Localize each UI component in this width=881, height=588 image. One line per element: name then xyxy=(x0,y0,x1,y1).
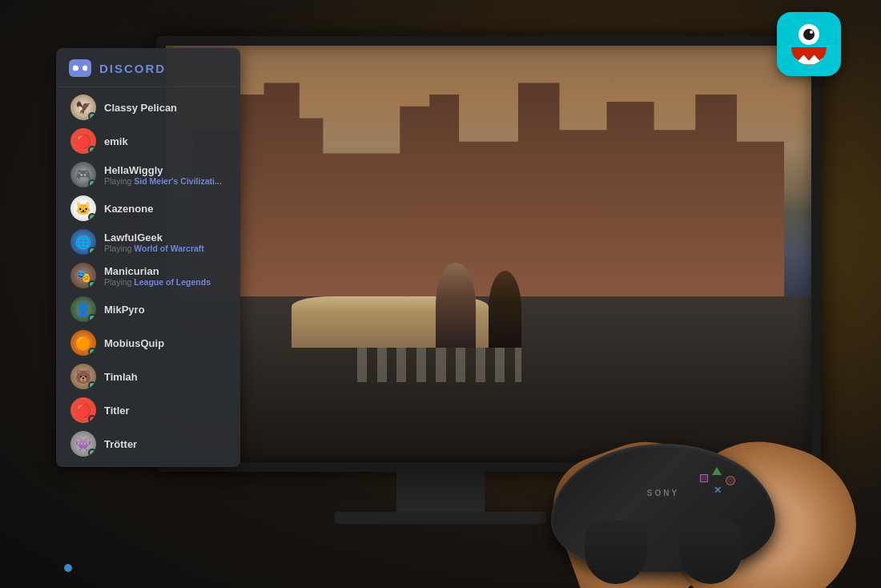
user-avatar: 🐱 xyxy=(70,195,96,221)
monster-face xyxy=(785,22,833,66)
monster-teeth xyxy=(791,55,827,65)
user-list-item[interactable]: 🐱 Kazenone xyxy=(59,191,237,225)
user-game: Playing League of Legends xyxy=(104,277,226,287)
user-name: Classy Pelican xyxy=(104,102,226,114)
controller-btn-triangle xyxy=(712,467,722,475)
user-name: Titler xyxy=(104,405,226,417)
user-list-item[interactable]: 🐻 Timlah xyxy=(59,360,237,393)
user-info: Classy Pelican xyxy=(104,102,226,114)
controller-body: SONY ✕ xyxy=(551,444,775,572)
user-name: MobiusQuip xyxy=(104,337,226,349)
monster-logo xyxy=(777,12,841,76)
user-list-item[interactable]: 🟠 MobiusQuip xyxy=(59,326,237,360)
user-game: Playing Sid Meier's Civilizati... xyxy=(104,176,226,186)
user-info: Titler xyxy=(104,405,226,417)
user-list: 🦅 Classy Pelican 🔴 emik 🎮 HellaWiggly Pl… xyxy=(56,87,240,467)
game-controller: SONY ✕ xyxy=(551,444,775,572)
user-list-item[interactable]: 🦅 Classy Pelican xyxy=(59,91,237,124)
controller-btn-circle xyxy=(726,476,735,485)
user-name: Trötter xyxy=(104,438,226,450)
user-avatar: 🟠 xyxy=(70,330,96,356)
user-status-dot xyxy=(88,247,96,255)
user-avatar: 🔴 xyxy=(70,397,96,423)
user-game: Playing World of Warcraft xyxy=(104,244,226,253)
monster-eye xyxy=(799,24,819,45)
user-info: HellaWiggly Playing Sid Meier's Civiliza… xyxy=(104,164,226,186)
user-avatar: 🔴 xyxy=(70,128,96,154)
controller-btn-cross: ✕ xyxy=(714,485,722,496)
user-status-dot xyxy=(88,213,96,221)
user-info: Trötter xyxy=(104,438,226,450)
user-info: emik xyxy=(104,135,226,147)
user-status-dot xyxy=(88,280,96,288)
user-list-item[interactable]: 👾 Trötter xyxy=(59,427,237,461)
user-name: MikPyro xyxy=(104,304,226,316)
user-info: MobiusQuip xyxy=(104,337,226,349)
user-name: emik xyxy=(104,135,226,147)
discord-title: DISCORD xyxy=(99,62,166,75)
user-info: MikPyro xyxy=(104,304,226,316)
user-list-item[interactable]: 🔴 emik xyxy=(59,124,237,158)
user-info: Timlah xyxy=(104,371,226,383)
monster-pupil xyxy=(803,29,815,40)
user-avatar: 🎮 xyxy=(70,162,96,187)
user-info: LawfulGeek Playing World of Warcraft xyxy=(104,232,226,253)
user-status-dot xyxy=(88,415,96,423)
user-name: Timlah xyxy=(104,371,226,383)
user-name: LawfulGeek xyxy=(104,232,226,244)
controller-grip-right xyxy=(679,520,742,584)
discord-panel: DISCORD 🦅 Classy Pelican 🔴 emik 🎮 HellaW… xyxy=(56,48,240,467)
user-avatar: 🦅 xyxy=(70,95,96,120)
user-status-dot xyxy=(88,314,96,322)
user-list-item[interactable]: 🔴 Titler xyxy=(59,393,237,427)
user-status-dot xyxy=(88,179,96,187)
user-status-dot xyxy=(88,146,96,154)
user-avatar: 🎭 xyxy=(70,263,96,288)
user-avatar: 🐻 xyxy=(70,364,96,389)
discord-header: DISCORD xyxy=(56,48,240,87)
user-info: Kazenone xyxy=(104,203,226,215)
user-status-dot xyxy=(88,348,96,356)
status-indicator-dot xyxy=(64,564,72,572)
user-status-dot xyxy=(88,449,96,457)
user-status-dot xyxy=(88,112,96,120)
discord-logo-icon xyxy=(69,59,91,77)
discord-eye-right xyxy=(82,66,86,70)
discord-eye-left xyxy=(74,66,78,70)
user-avatar: 🌐 xyxy=(70,229,96,255)
user-status-dot xyxy=(88,381,96,389)
controller-brand: SONY xyxy=(647,489,679,497)
user-name: HellaWiggly xyxy=(104,164,226,176)
user-list-item[interactable]: 🎮 HellaWiggly Playing Sid Meier's Civili… xyxy=(59,158,237,191)
user-name: Manicurian xyxy=(104,265,226,277)
monster-mouth xyxy=(791,47,827,65)
discord-logo-eyes xyxy=(74,66,86,70)
user-list-item[interactable]: 🌐 LawfulGeek Playing World of Warcraft xyxy=(59,225,237,259)
user-list-item[interactable]: 🎭 Manicurian Playing League of Legends xyxy=(59,259,237,292)
user-avatar: 👾 xyxy=(70,431,96,457)
controller-grip-left xyxy=(585,520,647,584)
controller-btn-square xyxy=(700,474,708,482)
user-info: Manicurian Playing League of Legends xyxy=(104,265,226,287)
user-name: Kazenone xyxy=(104,203,226,215)
user-list-item[interactable]: 👤 MikPyro xyxy=(59,292,237,326)
user-avatar: 👤 xyxy=(70,296,96,322)
